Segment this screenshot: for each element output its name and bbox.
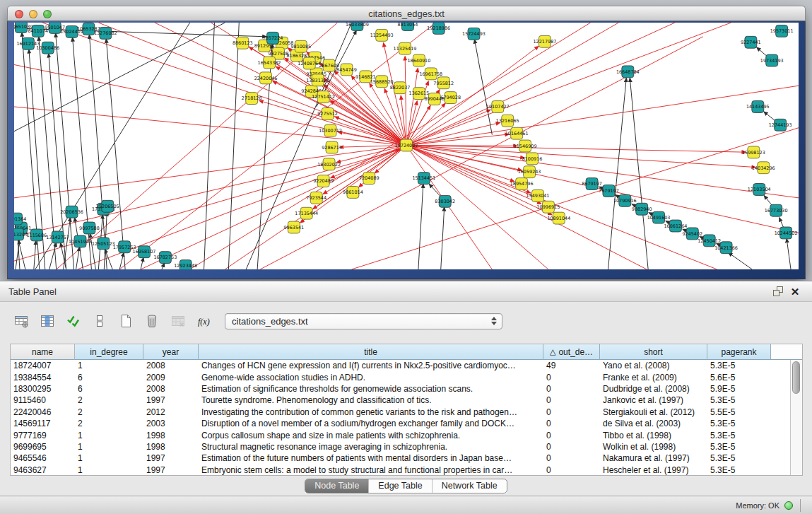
cell-name[interactable]: 22420046 [11,407,75,417]
select-all-columns-button[interactable] [62,310,84,332]
graph-edge[interactable] [405,57,406,146]
graph-edge[interactable] [608,78,626,269]
graph-edge[interactable] [474,40,492,135]
cell-indegree[interactable]: 2 [75,395,143,405]
cell-indegree[interactable]: 2 [75,407,143,417]
cell-outde[interactable]: 0 [543,442,600,452]
cell-year[interactable]: 2003 [143,419,199,428]
cell-indegree[interactable]: 1 [75,431,143,440]
cell-name[interactable]: 9777169 [11,431,75,440]
cell-outde[interactable]: 0 [543,384,600,394]
graph-edge[interactable] [14,163,331,236]
cell-indegree[interactable]: 6 [75,373,143,382]
hide-columns-button[interactable] [88,310,110,332]
graph-edge[interactable] [406,23,731,146]
cell-pagerank[interactable]: 5.3E-5 [707,419,771,428]
graph-edge[interactable] [787,238,791,269]
table-mode-button[interactable] [10,310,32,332]
table-row[interactable]: 946554611997Estimation of the future num… [11,452,790,464]
column-header-outde[interactable]: △out_de… [543,344,600,360]
cell-year[interactable]: 1998 [143,431,199,440]
graph-edge[interactable] [441,207,445,269]
close-panel-button[interactable]: ✕ [787,284,804,298]
tab-node-table[interactable]: Node Table [305,479,368,493]
table-row[interactable]: 911546021997Tourette syndrome. Phenomeno… [11,395,790,406]
tab-edge-table[interactable]: Edge Table [368,479,431,493]
cell-short[interactable]: Dudbridge et al. (2008) [600,384,707,394]
cell-short[interactable]: de Silva et al. (2003) [600,419,707,428]
cell-short[interactable]: Franke et al. (2009) [600,373,707,382]
cell-outde[interactable]: 49 [543,361,600,370]
cell-name[interactable]: 18300295 [11,384,75,394]
cell-pagerank[interactable]: 5.9E-5 [707,384,771,394]
column-header-pagerank[interactable]: pagerank [707,344,771,360]
table-row[interactable]: 1456911722003Disruption of a novel membe… [11,418,790,429]
network-select[interactable]: citations_edges.txt [225,313,502,329]
cell-title[interactable]: Disruption of a novel member of a sodium… [199,419,543,428]
cell-short[interactable]: Jankovic et al. (1997) [600,395,707,405]
cell-indegree[interactable]: 1 [75,361,143,370]
cell-short[interactable]: Wolkin et al. (1998) [600,442,707,452]
cell-pagerank[interactable]: 5.5E-5 [707,407,771,417]
scrollbar-thumb[interactable] [792,361,800,394]
cell-year[interactable]: 1997 [143,465,199,475]
cell-year[interactable]: 1998 [143,442,199,452]
cell-indegree[interactable]: 1 [75,453,143,463]
cell-name[interactable]: 18724007 [11,361,75,370]
cell-title[interactable]: Corpus callosum shape and size in male p… [199,431,543,440]
cell-year[interactable]: 1997 [143,453,199,463]
cell-short[interactable]: Tibbo et al. (1998) [600,431,707,440]
cell-short[interactable]: Nakamura et al. (1997) [600,453,707,463]
cell-indegree[interactable]: 2 [75,419,143,428]
cell-title[interactable]: Estimation of the future numbers of pati… [199,453,543,463]
cell-title[interactable]: Structural magnetic resonance image aver… [199,442,543,452]
float-panel-button[interactable] [770,284,787,298]
cell-indegree[interactable]: 1 [75,442,143,452]
cell-name[interactable]: 9463627 [11,465,75,475]
graph-edge[interactable] [406,146,717,269]
cell-title[interactable]: Genome-wide association studies in ADHD. [199,373,543,382]
column-header-year[interactable]: year [143,344,199,360]
graph-edge[interactable] [259,100,406,145]
graph-edge[interactable] [418,184,423,269]
graph-edge[interactable] [14,23,225,132]
table-row[interactable]: 969969511998Structural magnetic resonanc… [11,441,790,452]
cell-outde[interactable]: 0 [543,453,600,463]
cell-outde[interactable]: 0 [543,419,600,428]
table-row[interactable]: 2242004622012Investigating the contribut… [11,407,790,418]
cell-short[interactable]: Stergiakouli et al. (2012) [600,407,707,417]
column-header-name[interactable]: name [11,344,75,360]
column-header-title[interactable]: title [199,344,543,360]
graph-edge[interactable] [630,78,648,269]
column-header-short[interactable]: short [600,344,707,360]
graph-edge[interactable] [225,146,406,269]
table-row[interactable]: 946362711997Embryonic stem cells: a mode… [11,465,790,475]
cell-short[interactable]: Hescheler et al. (1997) [600,465,707,475]
cell-name[interactable]: 14569117 [11,419,75,428]
graph-edge[interactable] [406,86,799,145]
window-titlebar[interactable]: citations_edges.txt [7,6,806,21]
graph-edge[interactable] [42,23,406,146]
cell-outde[interactable]: 0 [543,395,600,405]
graph-edge[interactable] [141,257,143,269]
table-row[interactable]: 1830029562008Estimation of significance … [11,383,790,395]
graph-edge[interactable] [406,68,418,145]
graph-edge[interactable] [141,146,406,269]
graph-edge[interactable] [106,39,125,269]
table-row[interactable]: 1938455462009Genome-wide association stu… [11,371,790,382]
graph-edge[interactable] [406,122,500,145]
graph-edge[interactable] [14,64,406,145]
network-canvas[interactable]: 1872400788601238912954182260589827508818… [14,23,799,269]
minimize-button[interactable] [29,10,37,18]
table-row[interactable]: 1872400712008Changes of HCN gene express… [11,360,790,371]
cell-outde[interactable]: 0 [543,373,600,382]
cell-outde[interactable]: 0 [543,431,600,440]
cell-pagerank[interactable]: 5.3E-5 [707,442,771,452]
delete-column-button[interactable] [141,310,163,332]
cell-name[interactable]: 9699695 [11,442,75,452]
cell-year[interactable]: 1997 [143,395,199,405]
cell-indegree[interactable]: 6 [75,384,143,394]
cell-pagerank[interactable]: 5.3E-5 [707,453,771,463]
column-header-indegree[interactable]: in_degree [75,344,143,360]
function-builder-button[interactable]: f(x) [193,310,215,332]
